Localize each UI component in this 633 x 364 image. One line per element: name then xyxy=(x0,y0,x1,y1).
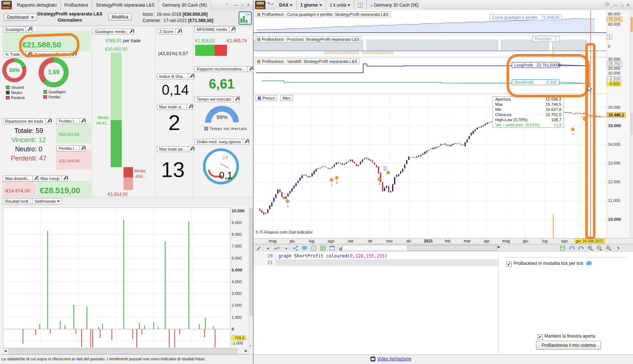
pointer-icon[interactable] xyxy=(614,244,622,252)
positions-baseline xyxy=(254,51,607,51)
film-icon xyxy=(371,357,375,361)
code-line[interactable]: 20graph ShortProfit coloured(0,128,155,2… xyxy=(254,253,498,259)
minimize-icon: — xyxy=(234,3,238,8)
risultati-lordi-chip[interactable]: Risultati lordi xyxy=(3,198,37,204)
legend-square-icon xyxy=(43,95,47,99)
positions-label[interactable]: Posizioni1 xyxy=(532,36,559,42)
disclaimer: Le statistiche di cui sopra si riferisco… xyxy=(1,357,205,361)
keep-open-checkbox[interactable]: ✔Mantieni la finestra aperta xyxy=(537,334,595,339)
wave-icon[interactable] xyxy=(273,244,282,252)
probacktest-report-icon[interactable]: OO xyxy=(239,11,252,25)
dropdown[interactable] xyxy=(282,244,291,252)
dashboard-dropdown[interactable]: Dashboard xyxy=(4,14,37,21)
code-line[interactable]: 21 xyxy=(254,259,498,266)
guadagni-perdite-chip[interactable]: Guadagni / Perdite xyxy=(32,51,77,57)
max-trade-vincente-chip[interactable]: Max trade vi... xyxy=(157,104,193,110)
ordini-value: 0,1 xyxy=(219,170,232,181)
undo-icon[interactable] xyxy=(568,244,576,252)
share-icon[interactable]: ⌁ xyxy=(223,0,230,10)
variables-panel-tag[interactable]: ProBacktest - Variabili: StrategyProfit … xyxy=(255,58,360,64)
redo-icon[interactable] xyxy=(577,244,586,252)
tab-1[interactable]: Rapporto dettagliato xyxy=(13,0,61,10)
max-runup-chip[interactable]: Max runup xyxy=(38,176,68,181)
guadagno-medio-top: €10.692,50 xyxy=(105,47,127,52)
pct-trade-chip[interactable]: % Trade... xyxy=(3,51,32,57)
left-window-controls[interactable]: —□✕ xyxy=(231,0,253,10)
sharpe-chip[interactable]: Indice di Sha... xyxy=(157,73,194,79)
svg-text:2: 2 xyxy=(331,183,333,187)
ripartizione-row: Vincenti: 12 xyxy=(2,136,55,145)
tempo-chip[interactable]: Tempo nel mercato xyxy=(194,96,240,102)
legend-square-icon xyxy=(6,86,10,89)
info-button[interactable]: i xyxy=(354,0,366,10)
zoomin-icon[interactable] xyxy=(586,244,595,252)
tick-checkbox[interactable]: ✔ProBacktest in modalità tick per tick xyxy=(507,261,592,267)
units-dropdown[interactable]: 1 k unità xyxy=(326,0,355,10)
max-trade-vincente-value: 2 xyxy=(168,110,180,135)
window-icon[interactable] xyxy=(328,244,337,252)
guadagno-medio-media-pos: Media€4.41... xyxy=(96,115,109,126)
modifica-button[interactable]: Modifica xyxy=(108,13,132,21)
max-drawdown-chip[interactable]: Max drawdo... xyxy=(3,176,39,181)
month-label: ago xyxy=(561,239,568,243)
month-label: mar xyxy=(464,239,471,243)
right-ytick: 10.000 xyxy=(608,217,621,221)
perdita-value: -€31.444,00 xyxy=(58,159,80,163)
rischio-chip[interactable]: Rapporto rischio/rendime... xyxy=(194,66,254,72)
tab-4[interactable]: Germany 30 Cash (5€) xyxy=(158,0,211,10)
guadagno-medio-redbar-light xyxy=(124,177,133,190)
equity-label[interactable]: Curva guadagni e perdite71.344,50 xyxy=(490,14,562,20)
month-label: feb xyxy=(445,239,450,243)
ripartizione-row: Totale: 59 xyxy=(2,126,55,136)
table-icon[interactable] xyxy=(319,244,328,252)
zscore-chip[interactable]: Z-Score xyxy=(157,29,182,35)
weekly-ytick: 7.000 xyxy=(232,244,242,248)
video-formazione[interactable]: Video formazione xyxy=(371,356,411,361)
tab-2[interactable]: ProBacktest xyxy=(61,0,92,10)
period-dropdown[interactable]: 1 giorno xyxy=(297,0,326,10)
run-backtest-button[interactable]: ProBacktesta il mio sistema xyxy=(536,341,601,350)
max-trade-perdente-chip[interactable]: Max trade pe... xyxy=(157,146,194,152)
perdita-chip[interactable]: Perdita l... xyxy=(57,145,86,151)
pencil-icon[interactable] xyxy=(254,244,263,252)
symbol-dropdown[interactable]: DAX xyxy=(275,0,297,10)
tooltip-row: Chiusura15.701,0 xyxy=(493,112,564,117)
shortprofit-label[interactable]: ShortProfit-2.203 xyxy=(512,79,559,85)
ripartizione-chip[interactable]: Ripartizione dei trade xyxy=(3,118,52,124)
mae-bar xyxy=(215,45,227,56)
equity-panel-tag[interactable]: ProBacktest - Curva guadagni e perdite: … xyxy=(255,11,391,17)
profitto-value: €53.032,50 xyxy=(59,132,79,137)
tab-3[interactable]: StrategyProfit separarata L&S xyxy=(92,0,158,10)
right-axis-ticks: 80.00070.26560.0001030.00023.79220.00010… xyxy=(607,0,632,243)
guadagno-medio-bar-light xyxy=(111,53,122,120)
zoomreset-icon[interactable] xyxy=(604,244,613,252)
legend-item: Vincenti xyxy=(6,85,25,90)
profitto-chip[interactable]: Profitto l... xyxy=(57,118,86,124)
month-label: mag xyxy=(502,239,510,243)
guadagno-chip[interactable]: Guadagno xyxy=(3,26,32,32)
chart-hscrollbar[interactable] xyxy=(342,245,497,251)
rischio-value: 6,61 xyxy=(209,76,235,92)
tab-prezzo[interactable]: Prezzo xyxy=(255,95,277,101)
weekly-ytick: 4.000 xyxy=(232,280,242,284)
left-hscrollbar[interactable]: ◀ ▶ xyxy=(3,348,248,354)
right-ytick: 16.000 xyxy=(608,105,621,109)
positions-pos-segment xyxy=(366,40,499,51)
zoomout-icon[interactable] xyxy=(595,244,604,252)
dropdown[interactable] xyxy=(264,244,272,252)
code-editor[interactable]: 20graph ShortProfit coloured(0,128,155,2… xyxy=(254,253,498,266)
share-icon[interactable] xyxy=(291,244,300,252)
mfe-mae-chip[interactable]: MFE/MAE medio xyxy=(194,26,236,32)
guadagno-medio-chip[interactable]: Guadagno medio xyxy=(93,29,134,35)
longprofit-label[interactable]: LongProfit23.791,50000 xyxy=(512,62,559,68)
ordini-chip[interactable]: Ordini med. eseg./giorno xyxy=(194,139,249,145)
max-trade-perdente-value: 13 xyxy=(161,157,185,182)
tab-altro[interactable]: Altro xyxy=(280,95,293,101)
periodo-dropdown[interactable]: Settimanale xyxy=(32,198,62,204)
bubble-icon[interactable] xyxy=(300,244,309,252)
news-icon[interactable] xyxy=(310,244,318,252)
pin-icon[interactable]: ✎✔ xyxy=(267,0,275,10)
positions-panel-tag[interactable]: ProBacktest - Posizioni: StrategyProfit … xyxy=(255,36,361,42)
calendar-icon[interactable] xyxy=(558,244,567,252)
month-label: dic xyxy=(406,239,411,243)
